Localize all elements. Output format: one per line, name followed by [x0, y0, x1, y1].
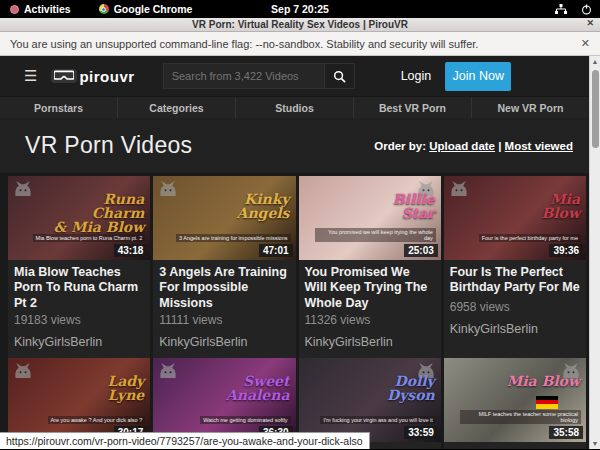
video-studio-link[interactable]: KinkyGirlsBerlin — [299, 327, 441, 358]
video-duration-badge: 35:58 — [549, 426, 583, 439]
site-header: ☰ pirouvr Login Join Now — [0, 56, 589, 96]
order-by-controls: Order by: Upload date | Most viewed — [374, 140, 573, 152]
video-duration-badge: 47:01 — [259, 244, 293, 257]
window-close-icon[interactable]: ✕ — [586, 18, 594, 28]
studio-cat-logo-icon — [449, 180, 469, 197]
order-by-upload-date-link[interactable]: Upload date — [429, 140, 495, 152]
video-duration-badge: 33:59 — [404, 426, 438, 439]
video-title-link[interactable]: Milf Teaches The Teacher Some Practical … — [444, 442, 586, 449]
chrome-icon — [99, 4, 109, 14]
web-page: ☰ pirouvr Login Join Now — [0, 56, 600, 449]
scrollbar-up-arrow-icon[interactable]: ▲ — [590, 56, 600, 67]
page-heading-row: VR Porn Videos Order by: Upload date | M… — [0, 118, 589, 173]
video-thumbnail[interactable]: Billie Star You promised we will keep tr… — [299, 176, 441, 260]
window-title: VR Porn: Virtual Reality Sex Videos | Pi… — [192, 19, 408, 30]
hamburger-menu-icon[interactable]: ☰ — [24, 67, 37, 85]
nav-item-pornstars[interactable]: Pornstars — [0, 97, 117, 118]
video-duration-badge: 25:03 — [404, 244, 438, 257]
activities-label: Activities — [24, 3, 71, 15]
video-title-link[interactable]: You Promised We Will Keep Trying The Who… — [299, 260, 441, 311]
video-thumbnail[interactable]: Sweet Analena Watch me getting dominated… — [153, 358, 295, 442]
video-studio-link[interactable]: KinkyGirlsBerlin — [8, 327, 150, 358]
video-thumbnail[interactable]: Dolly Dyson I'm fucking your virgin ass … — [299, 358, 441, 442]
video-card[interactable]: Billie Star You promised we will keep tr… — [299, 176, 441, 358]
login-link[interactable]: Login — [401, 69, 432, 83]
video-thumbnail[interactable]: Runa Charm & Mia Blow Mia Blow teaches p… — [8, 176, 150, 260]
studio-cat-logo-icon — [158, 180, 178, 197]
scrollbar-thumb[interactable] — [592, 70, 599, 148]
distro-icon — [10, 5, 19, 14]
thumbnail-overlay-name: Lady Lyne — [107, 374, 144, 402]
video-title-link[interactable]: Four Is The Perfect Birthday Party For M… — [444, 260, 586, 298]
video-thumbnail[interactable]: Mia Blow MILF teaches the teacher some p… — [444, 358, 586, 442]
thumbnail-caption: You promised we will keep trying the who… — [315, 228, 436, 242]
order-by-label: Order by: — [374, 140, 426, 152]
main-navigation: PornstarsCategoriesStudiosBest VR PornNe… — [0, 96, 589, 118]
video-thumbnail[interactable]: Mia Blow Four is the perfect birthday pa… — [444, 176, 586, 260]
order-by-most-viewed-link[interactable]: Most viewed — [505, 140, 573, 152]
clock[interactable]: Sep 7 20:25 — [271, 3, 329, 15]
thumbnail-overlay-name: Mia Blow — [507, 374, 580, 388]
video-views: 11326 views — [299, 311, 441, 327]
german-flag-icon — [536, 396, 558, 409]
order-separator: | — [495, 140, 505, 152]
thumbnail-overlay-name: Billie Star — [393, 192, 435, 220]
video-thumbnail[interactable]: Lady Lyne Are you awake ? And your dick … — [8, 358, 150, 442]
system-top-bar: Activities Google Chrome Sep 7 20:25 — [0, 0, 600, 18]
studio-cat-logo-icon — [158, 362, 178, 379]
thumbnail-overlay-name: Runa Charm & Mia Blow — [53, 192, 144, 234]
status-bar-url: https://pirouvr.com/vr-porn-video/779325… — [0, 432, 370, 449]
video-views: 11111 views — [153, 311, 295, 327]
scrollbar-down-arrow-icon[interactable]: ▼ — [590, 438, 600, 449]
thumbnail-caption: MILF teaches the teacher some practical … — [460, 410, 581, 424]
thumbnail-overlay-name: Dolly Dyson — [387, 374, 435, 402]
activities-button[interactable]: Activities — [10, 3, 71, 15]
nav-item-best-vr-porn[interactable]: Best VR Porn — [353, 97, 471, 118]
page-title: VR Porn Videos — [25, 132, 192, 159]
search-icon — [333, 70, 346, 83]
video-card[interactable]: Mia Blow MILF teaches the teacher some p… — [444, 358, 586, 449]
nav-item-categories[interactable]: Categories — [117, 97, 235, 118]
video-studio-link[interactable]: KinkyGirlsBerlin — [153, 327, 295, 358]
app-menu-google-chrome[interactable]: Google Chrome — [99, 3, 193, 15]
thumbnail-overlay-name: Mia Blow — [541, 192, 580, 220]
video-card[interactable]: Runa Charm & Mia Blow Mia Blow teaches p… — [8, 176, 150, 358]
video-title-link[interactable]: Mia Blow Teaches Porn To Runa Charm Pt 2 — [8, 260, 150, 311]
video-views: 19183 views — [8, 311, 150, 327]
studio-cat-logo-icon — [13, 180, 33, 197]
thumbnail-caption: 3 Angels are training for impossible mis… — [176, 234, 291, 242]
thumbnail-caption: Are you awake ? And your dick also ? — [48, 416, 146, 424]
browser-title-bar[interactable]: VR Porn: Virtual Reality Sex Videos | Pi… — [0, 18, 600, 32]
warning-close-icon[interactable]: ✕ — [581, 37, 590, 50]
thumbnail-caption: I'm fucking your virgin ass and you will… — [320, 416, 435, 424]
video-studio-link[interactable]: KinkyGirlsBerlin — [444, 314, 586, 345]
join-now-button[interactable]: Join Now — [445, 62, 511, 91]
thumbnail-caption: Watch me getting dominated softly — [200, 416, 290, 424]
nav-item-new-vr-porn[interactable]: New VR Porn — [471, 97, 589, 118]
vr-goggles-icon — [51, 69, 77, 83]
video-thumbnail[interactable]: Kinky Angels 3 Angels are training for i… — [153, 176, 295, 260]
logo-text: pirouvr — [79, 68, 134, 85]
search-input[interactable] — [163, 63, 325, 89]
power-icon[interactable] — [581, 4, 592, 15]
thumbnail-caption: Four is the perfect birthday party for m… — [479, 234, 581, 242]
studio-cat-logo-icon — [13, 362, 33, 379]
network-icon[interactable] — [555, 4, 567, 15]
thumbnail-overlay-name: Kinky Angels — [237, 192, 290, 220]
video-card[interactable]: Mia Blow Four is the perfect birthday pa… — [444, 176, 586, 358]
chrome-warning-bar: You are using an unsupported command-lin… — [0, 32, 600, 56]
video-views: 6958 views — [444, 298, 586, 314]
video-card[interactable]: Kinky Angels 3 Angels are training for i… — [153, 176, 295, 358]
video-duration-badge: 39:36 — [549, 244, 583, 257]
search-button[interactable] — [325, 63, 355, 89]
video-title-link[interactable]: 3 Angels Are Training For Impossible Mis… — [153, 260, 295, 311]
site-logo[interactable]: pirouvr — [51, 68, 134, 85]
nav-item-studios[interactable]: Studios — [235, 97, 353, 118]
app-menu-label: Google Chrome — [114, 3, 193, 15]
thumbnail-caption: Mia Blow teaches porn to Runa Charm pt. … — [33, 234, 146, 242]
thumbnail-overlay-name: Sweet Analena — [226, 374, 290, 402]
page-scrollbar[interactable]: ▲ ▼ — [589, 56, 600, 449]
video-duration-badge: 43:18 — [114, 244, 148, 257]
video-grid: Runa Charm & Mia Blow Mia Blow teaches p… — [8, 173, 586, 449]
warning-text: You are using an unsupported command-lin… — [10, 38, 478, 50]
